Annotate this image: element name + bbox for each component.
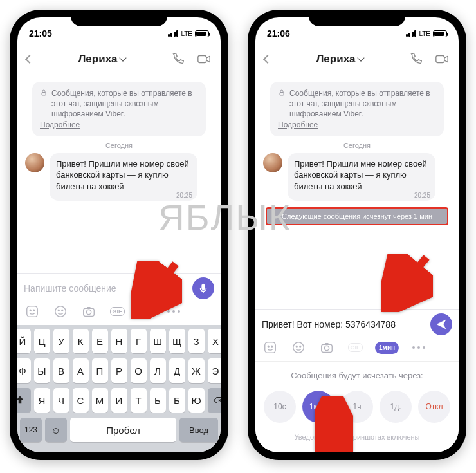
timer-panel-title: Сообщения будут исчезать через:	[262, 371, 452, 380]
key-letter[interactable]: Е	[92, 329, 108, 353]
more-icon[interactable]	[165, 303, 182, 320]
key-space[interactable]: Пробел	[70, 418, 176, 442]
timer-panel-footer: Уведомления о скриншотах включены	[262, 433, 452, 441]
timer-icon[interactable]	[137, 303, 154, 320]
chat-header: Лериха	[255, 43, 459, 75]
svg-point-4	[30, 310, 31, 311]
key-letter[interactable]: С	[73, 388, 89, 413]
key-letter[interactable]: В	[53, 358, 69, 383]
svg-point-18	[296, 346, 297, 347]
key-enter[interactable]: Ввод	[179, 418, 218, 442]
key-letter[interactable]: А	[73, 358, 89, 383]
video-call-icon[interactable]	[196, 51, 212, 67]
keyboard[interactable]: ЙЦУКЕНГШЩЗХ ФЫВАПРОЛДЖЭ ЯЧСМИТЬБЮ 123 ☺ …	[17, 325, 221, 452]
key-letter[interactable]: Х	[208, 329, 221, 353]
notch	[71, 10, 167, 26]
message-time: 20:25	[414, 191, 430, 200]
svg-rect-2	[202, 284, 205, 290]
key-letter[interactable]: Э	[208, 358, 221, 383]
key-letter[interactable]: Л	[150, 358, 166, 383]
key-emoji[interactable]: ☺	[45, 418, 67, 442]
key-letter[interactable]: Р	[111, 358, 127, 383]
key-letter[interactable]: Ч	[53, 388, 69, 413]
avatar[interactable]	[25, 153, 44, 172]
key-letter[interactable]: Ы	[34, 358, 50, 383]
message-input[interactable]	[262, 315, 425, 333]
key-backspace[interactable]	[208, 388, 221, 413]
watermark-text: ЯБЛЫК	[158, 196, 291, 238]
status-time: 21:05	[29, 28, 52, 39]
svg-rect-3	[27, 306, 38, 317]
timer-option[interactable]: Откл	[418, 391, 450, 423]
key-letter[interactable]: Ф	[17, 358, 31, 383]
key-letter[interactable]: Й	[17, 329, 31, 353]
chat-body: Сообщения, которые вы отправляете в этот…	[17, 75, 221, 273]
svg-point-6	[55, 306, 66, 317]
sticker-icon[interactable]	[24, 303, 41, 320]
date-divider: Сегодня	[263, 142, 451, 149]
timer-option[interactable]: 1д.	[380, 391, 412, 423]
network-label: LTE	[181, 30, 192, 37]
camera-icon[interactable]	[80, 303, 97, 320]
timer-option[interactable]: 1мин	[302, 391, 334, 423]
svg-rect-0	[198, 56, 206, 63]
timer-pill[interactable]: 1мин	[375, 342, 399, 354]
key-letter[interactable]: К	[73, 329, 89, 353]
encryption-more-link[interactable]: Подробнее	[278, 120, 318, 129]
emoji-icon[interactable]	[290, 339, 307, 356]
sticker-icon[interactable]	[262, 339, 279, 356]
encryption-more-link[interactable]: Подробнее	[40, 120, 80, 129]
key-letter[interactable]: Н	[111, 329, 127, 353]
gif-icon[interactable]: GIF	[109, 303, 125, 320]
voice-button[interactable]	[192, 277, 214, 299]
encryption-notice: Сообщения, которые вы отправляете в этот…	[270, 82, 444, 136]
camera-icon[interactable]	[318, 339, 335, 356]
key-letter[interactable]: И	[111, 388, 127, 413]
signal-icon	[406, 30, 417, 37]
contact-name[interactable]: Лериха	[316, 53, 363, 66]
key-shift[interactable]	[17, 388, 31, 413]
key-letter[interactable]: Ь	[150, 388, 166, 413]
avatar[interactable]	[263, 153, 282, 172]
key-letter[interactable]: У	[53, 329, 69, 353]
emoji-icon[interactable]	[52, 303, 69, 320]
lock-icon	[278, 89, 286, 97]
message-bubble[interactable]: Привет! Пришли мне номер своей банковско…	[288, 153, 435, 201]
chat-body: Сообщения, которые вы отправляете в этот…	[255, 75, 459, 309]
video-call-icon[interactable]	[434, 51, 450, 67]
contact-name[interactable]: Лериха	[78, 53, 125, 66]
key-letter[interactable]: Ж	[188, 358, 205, 383]
chevron-down-icon	[119, 54, 126, 61]
key-letter[interactable]: М	[92, 388, 108, 413]
svg-point-21	[324, 346, 329, 350]
key-letter[interactable]: Г	[131, 329, 147, 353]
key-letter[interactable]: Я	[34, 388, 50, 413]
message-bubble[interactable]: Привет! Пришли мне номер своей банковско…	[50, 153, 197, 201]
timer-option[interactable]: 10с	[264, 391, 296, 423]
key-letter[interactable]: Щ	[169, 329, 185, 353]
key-letter[interactable]: Ц	[34, 329, 50, 353]
encryption-notice: Сообщения, которые вы отправляете в этот…	[32, 82, 206, 136]
back-icon[interactable]	[25, 55, 34, 64]
call-icon[interactable]	[170, 51, 186, 67]
call-icon[interactable]	[408, 51, 424, 67]
svg-rect-12	[436, 56, 444, 63]
back-icon[interactable]	[263, 55, 272, 64]
key-letter[interactable]: Ш	[150, 329, 166, 353]
more-icon[interactable]	[410, 339, 427, 356]
key-letter[interactable]: Т	[131, 388, 147, 413]
svg-point-17	[293, 342, 304, 353]
key-letter[interactable]: О	[131, 358, 147, 383]
key-123[interactable]: 123	[20, 418, 42, 442]
send-button[interactable]	[430, 313, 452, 335]
key-letter[interactable]: П	[92, 358, 108, 383]
chat-header: Лериха	[17, 43, 221, 75]
timer-option[interactable]: 1ч	[341, 391, 373, 423]
key-letter[interactable]: Д	[169, 358, 185, 383]
message-input[interactable]	[24, 279, 187, 297]
svg-point-8	[62, 310, 63, 311]
key-letter[interactable]: Б	[169, 388, 185, 413]
svg-rect-1	[42, 93, 46, 96]
key-letter[interactable]: З	[188, 329, 205, 353]
key-letter[interactable]: Ю	[188, 388, 205, 413]
